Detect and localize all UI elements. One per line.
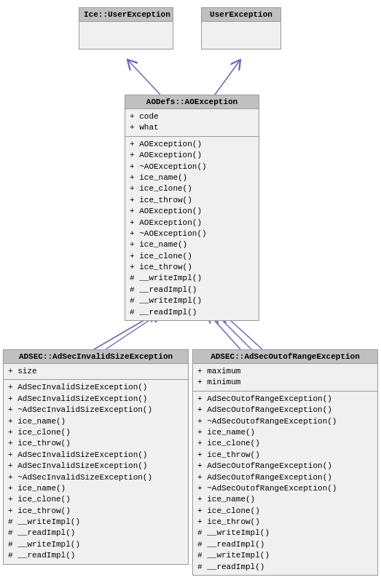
- svg-line-1: [215, 60, 240, 95]
- user-exception-title: UserException: [202, 8, 280, 22]
- svg-line-0: [127, 60, 160, 95]
- ice-user-exception-box: Ice::UserException: [79, 7, 173, 49]
- ao-exception-fields: + code + what: [125, 109, 259, 137]
- out-of-range-fields: + maximum + minimum: [193, 364, 377, 392]
- out-of-range-exception-box: ADSEC::AdSecOutofRangeException + maximu…: [192, 349, 378, 576]
- out-of-range-methods: + AdSecOutofRangeException() + AdSecOuto…: [193, 392, 377, 575]
- ice-user-exception-body: [79, 22, 173, 49]
- user-exception-body: [202, 22, 280, 49]
- invalid-size-methods: + AdSecInvalidSizeException() + AdSecInv…: [4, 380, 188, 563]
- invalid-size-fields: + size: [4, 364, 188, 380]
- out-of-range-title: ADSEC::AdSecOutofRangeException: [193, 350, 377, 364]
- ice-user-exception-title: Ice::UserException: [79, 8, 173, 22]
- diagram-container: Ice::UserException UserException AODefs:…: [0, 0, 381, 588]
- invalid-size-exception-box: ADSEC::AdSecInvalidSizeException + size …: [3, 349, 189, 565]
- ao-exception-methods: + AOException() + AOException() + ~AOExc…: [125, 137, 259, 320]
- ao-exception-box: AODefs::AOException + code + what + AOEx…: [125, 95, 259, 321]
- user-exception-box: UserException: [201, 7, 281, 49]
- ao-exception-title: AODefs::AOException: [125, 95, 259, 109]
- invalid-size-title: ADSEC::AdSecInvalidSizeException: [4, 350, 188, 364]
